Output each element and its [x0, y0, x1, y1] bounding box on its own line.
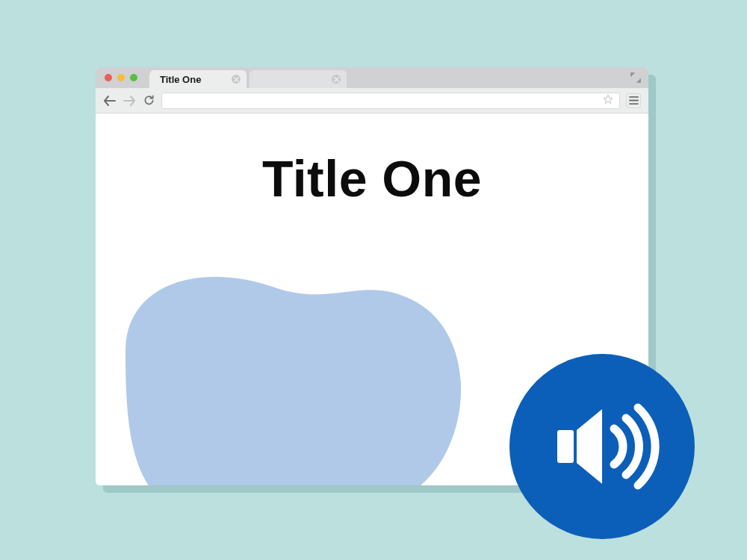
tab-inactive[interactable] [249, 70, 347, 88]
window-controls [105, 74, 137, 81]
decorative-blob [96, 217, 484, 485]
tab-active[interactable]: Title One [149, 70, 247, 88]
hamburger-menu-button[interactable] [626, 93, 641, 108]
close-window-button[interactable] [105, 74, 112, 81]
tab-strip: Title One [149, 67, 350, 88]
audio-button[interactable] [509, 354, 695, 539]
forward-button[interactable] [123, 94, 136, 108]
bookmark-star-icon[interactable] [603, 94, 613, 108]
speaker-icon [542, 387, 662, 506]
address-bar[interactable] [161, 93, 620, 109]
close-tab-button[interactable] [332, 75, 341, 84]
reload-button[interactable] [142, 94, 155, 108]
close-tab-button[interactable] [232, 75, 241, 84]
toolbar [96, 88, 648, 113]
maximize-window-button[interactable] [130, 74, 137, 81]
tab-label: Title One [160, 74, 201, 85]
title-bar: Title One [96, 67, 648, 88]
page-title: Title One [96, 149, 648, 208]
back-button[interactable] [103, 94, 117, 108]
minimize-window-button[interactable] [117, 74, 125, 81]
expand-icon[interactable] [630, 72, 641, 83]
svg-rect-0 [557, 430, 574, 463]
